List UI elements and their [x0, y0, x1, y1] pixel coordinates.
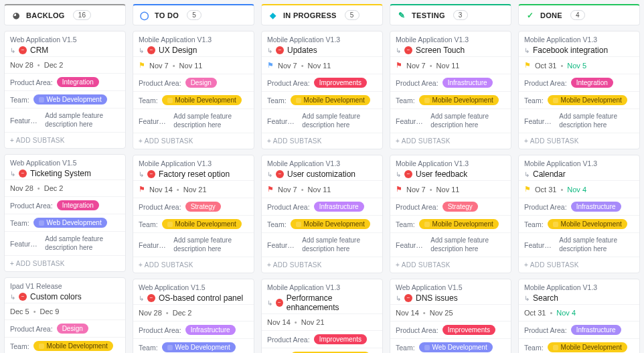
- feature-desc-row[interactable]: Feature Des...Add sample feature descrip…: [133, 109, 254, 133]
- column-header-done[interactable]: ✓DONE4: [518, 4, 640, 25]
- feature-desc-row[interactable]: Feature Des...Add sample feature descrip…: [390, 232, 511, 257]
- product-area-row[interactable]: Product Area:Improvements: [390, 321, 511, 338]
- team-pill[interactable]: Mobile Development: [291, 95, 370, 105]
- product-area-row[interactable]: Product Area:Infrastructure: [133, 321, 254, 338]
- team-row[interactable]: Team:Mobile Development: [262, 348, 382, 353]
- date-row[interactable]: Nov 28•Dec 2: [5, 56, 125, 73]
- product-area-row[interactable]: Product Area:Integration: [5, 196, 125, 214]
- task-card[interactable]: Mobile Application V1.3↳Facebook integra…: [518, 31, 640, 149]
- product-area-pill[interactable]: Improvements: [314, 78, 367, 88]
- feature-desc-row[interactable]: Feature Des...Add sample feature descrip…: [5, 108, 125, 132]
- team-pill[interactable]: Mobile Development: [419, 95, 499, 105]
- task-card[interactable]: Mobile Application V1.3↳−UX Design⚑Nov 7…: [133, 31, 254, 149]
- add-subtask-button[interactable]: + ADD SUBTASK: [519, 257, 639, 273]
- product-area-row[interactable]: Product Area:Infrastructure: [262, 198, 382, 215]
- date-row[interactable]: ⚑Oct 31•Nov 5: [519, 56, 639, 74]
- product-area-pill[interactable]: Infrastructure: [314, 202, 364, 212]
- product-area-pill[interactable]: Integration: [57, 77, 99, 87]
- date-row[interactable]: ⚑Nov 7•Nov 11: [390, 180, 511, 198]
- team-row[interactable]: Team:Mobile Development: [5, 337, 125, 353]
- product-area-pill[interactable]: Strategy: [185, 202, 221, 212]
- team-pill[interactable]: Web Development: [419, 342, 493, 352]
- product-area-pill[interactable]: Integration: [57, 200, 99, 210]
- team-pill[interactable]: Mobile Development: [548, 219, 627, 229]
- product-area-row[interactable]: Product Area:Design: [133, 74, 254, 91]
- product-area-row[interactable]: Product Area:Infrastructure: [390, 74, 511, 91]
- team-pill[interactable]: Mobile Development: [162, 219, 242, 229]
- add-subtask-button[interactable]: + ADD SUBTASK: [262, 133, 382, 149]
- add-subtask-button[interactable]: + ADD SUBTASK: [390, 257, 511, 273]
- team-row[interactable]: Team:Mobile Development: [262, 215, 382, 232]
- task-card[interactable]: Web Application V1.5↳−CRMNov 28•Dec 2Pro…: [4, 31, 126, 149]
- product-area-pill[interactable]: Integration: [571, 78, 613, 88]
- feature-desc-row[interactable]: Feature Des...Add sample feature descrip…: [519, 109, 639, 133]
- team-pill[interactable]: Web Development: [33, 94, 107, 104]
- task-card[interactable]: Mobile Application V1.3↳−Screen Touch⚑No…: [390, 31, 511, 149]
- team-row[interactable]: Team:Mobile Development: [519, 338, 639, 353]
- task-card[interactable]: Web Application V1.5↳−Ticketing SystemNo…: [4, 154, 126, 272]
- product-area-pill[interactable]: Infrastructure: [185, 325, 236, 335]
- add-subtask-button[interactable]: + ADD SUBTASK: [5, 255, 125, 271]
- team-row[interactable]: Team:Mobile Development: [390, 215, 511, 232]
- team-pill[interactable]: Mobile Development: [548, 95, 627, 105]
- add-subtask-button[interactable]: + ADD SUBTASK: [133, 133, 254, 149]
- product-area-pill[interactable]: Improvements: [314, 334, 367, 344]
- product-area-pill[interactable]: Improvements: [442, 325, 495, 335]
- date-row[interactable]: Nov 14•Nov 25: [390, 304, 511, 321]
- date-row[interactable]: ⚑Nov 7•Nov 11: [262, 56, 382, 74]
- team-row[interactable]: Team:Web Development: [133, 338, 254, 353]
- feature-desc-row[interactable]: Feature Des...Add sample feature descrip…: [5, 231, 125, 255]
- team-pill[interactable]: Mobile Development: [419, 219, 499, 229]
- feature-desc-row[interactable]: Feature Des...Add sample feature descrip…: [262, 232, 382, 257]
- team-row[interactable]: Team:Mobile Development: [133, 91, 254, 109]
- product-area-pill[interactable]: Design: [57, 324, 88, 334]
- date-row[interactable]: ⚑Nov 7•Nov 11: [133, 56, 254, 74]
- feature-desc-row[interactable]: Feature Des...Add sample feature descrip…: [519, 232, 639, 257]
- date-row[interactable]: Nov 28•Dec 2: [5, 180, 125, 196]
- product-area-pill[interactable]: Design: [185, 78, 217, 88]
- product-area-pill[interactable]: Infrastructure: [571, 325, 621, 335]
- feature-desc-row[interactable]: Feature Des...Add sample feature descrip…: [390, 109, 511, 133]
- team-row[interactable]: Team:Mobile Development: [519, 215, 639, 232]
- add-subtask-button[interactable]: + ADD SUBTASK: [5, 132, 125, 148]
- team-row[interactable]: Team:Mobile Development: [262, 91, 382, 109]
- team-row[interactable]: Team:Mobile Development: [519, 91, 639, 109]
- column-header-todo[interactable]: ◯TO DO5: [133, 4, 254, 25]
- task-card[interactable]: Mobile Application V1.3↳−User customizat…: [261, 155, 383, 273]
- team-row[interactable]: Team:Web Development: [390, 338, 511, 353]
- task-card[interactable]: Web Application V1.5↳−DNS issuesNov 14•N…: [390, 279, 511, 353]
- date-row[interactable]: ⚑Nov 7•Nov 11: [262, 180, 382, 198]
- task-card[interactable]: Web Application V1.5↳−OS-based control p…: [133, 279, 254, 353]
- date-row[interactable]: ⚑Nov 7•Nov 11: [390, 56, 511, 74]
- product-area-pill[interactable]: Strategy: [442, 202, 478, 212]
- product-area-row[interactable]: Product Area:Infrastructure: [519, 198, 639, 215]
- product-area-row[interactable]: Product Area:Infrastructure: [519, 321, 639, 338]
- date-row[interactable]: Oct 31•Nov 4: [519, 304, 639, 321]
- product-area-row[interactable]: Product Area:Improvements: [262, 330, 382, 348]
- task-card[interactable]: Mobile Application V1.3↳SearchOct 31•Nov…: [518, 279, 640, 353]
- product-area-pill[interactable]: Infrastructure: [442, 78, 493, 88]
- product-area-row[interactable]: Product Area:Strategy: [390, 198, 511, 215]
- add-subtask-button[interactable]: + ADD SUBTASK: [262, 257, 382, 273]
- add-subtask-button[interactable]: + ADD SUBTASK: [390, 133, 511, 149]
- date-row[interactable]: Dec 5•Dec 9: [5, 303, 125, 320]
- product-area-row[interactable]: Product Area:Strategy: [133, 198, 254, 215]
- date-row[interactable]: ⚑Oct 31•Nov 4: [519, 180, 639, 198]
- team-row[interactable]: Team:Web Development: [5, 90, 125, 108]
- team-pill[interactable]: Mobile Development: [548, 342, 627, 352]
- product-area-row[interactable]: Product Area:Integration: [519, 74, 639, 91]
- product-area-pill[interactable]: Infrastructure: [571, 202, 621, 212]
- date-row[interactable]: Nov 14•Nov 21: [262, 313, 382, 330]
- column-header-inprogress[interactable]: ◆IN PROGRESS5: [261, 4, 383, 25]
- product-area-row[interactable]: Product Area:Improvements: [262, 74, 382, 91]
- product-area-row[interactable]: Product Area:Design: [5, 320, 125, 337]
- task-card[interactable]: Mobile Application V1.3↳−User feedback⚑N…: [390, 155, 511, 273]
- column-header-testing[interactable]: ✎TESTING3: [390, 4, 511, 25]
- team-pill[interactable]: Mobile Development: [291, 219, 370, 229]
- task-card[interactable]: Mobile Application V1.3↳−Updates⚑Nov 7•N…: [261, 31, 383, 149]
- task-card[interactable]: Mobile Application V1.3↳Calendar⚑Oct 31•…: [518, 155, 640, 273]
- team-row[interactable]: Team:Mobile Development: [390, 91, 511, 109]
- team-pill[interactable]: Mobile Development: [162, 95, 242, 105]
- date-row[interactable]: ⚑Nov 14•Nov 21: [133, 180, 254, 198]
- task-card[interactable]: Mobile Application V1.3↳−Factory reset o…: [133, 155, 254, 273]
